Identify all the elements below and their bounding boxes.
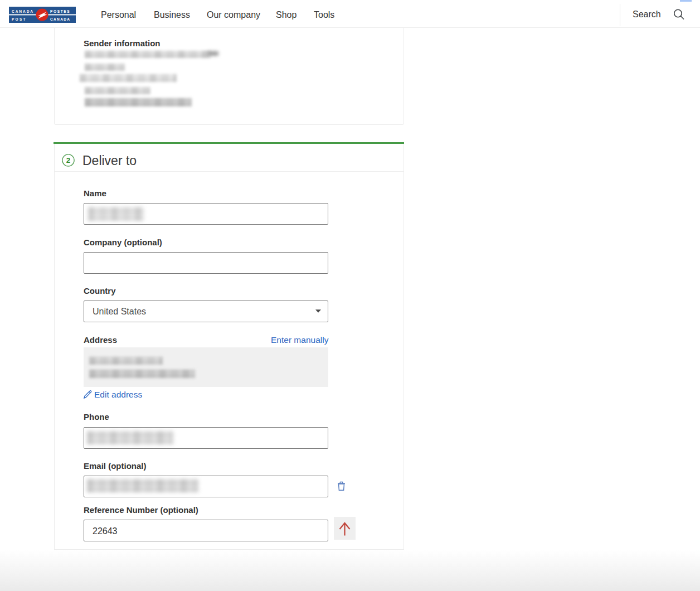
svg-text:POSTES: POSTES — [50, 9, 70, 13]
svg-text:POST: POST — [12, 17, 27, 21]
svg-text:2: 2 — [66, 156, 71, 164]
svg-text:CANADA: CANADA — [50, 17, 70, 21]
svg-text:CANADA: CANADA — [12, 9, 34, 13]
